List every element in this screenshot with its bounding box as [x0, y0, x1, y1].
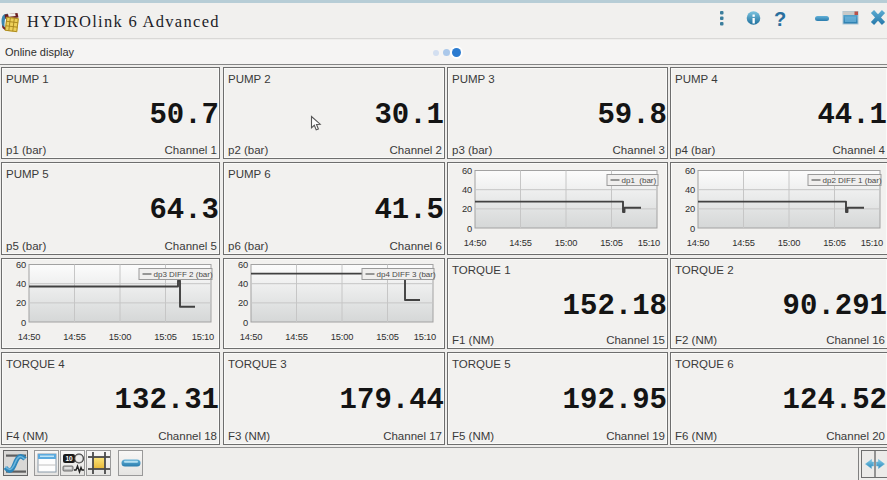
svg-text:60: 60 — [238, 260, 248, 270]
svg-text:15:05: 15:05 — [376, 332, 398, 342]
svg-text:60: 60 — [462, 166, 472, 176]
svg-text:15:05: 15:05 — [154, 332, 176, 342]
svg-text:14:55: 14:55 — [732, 238, 754, 248]
svg-text:0: 0 — [243, 318, 248, 328]
svg-text:14:55: 14:55 — [509, 238, 531, 248]
svg-text:40: 40 — [238, 279, 248, 289]
svg-text:15:00: 15:00 — [555, 238, 577, 248]
svg-text:40: 40 — [685, 185, 695, 195]
svg-text:14:55: 14:55 — [63, 332, 85, 342]
svg-text:dp1 (bar): dp1 (bar) — [622, 176, 657, 185]
svg-text:20: 20 — [16, 298, 26, 308]
svg-text:14:55: 14:55 — [285, 332, 307, 342]
svg-text:40: 40 — [462, 185, 472, 195]
svg-text:10: 10 — [65, 455, 73, 462]
svg-text:20: 20 — [238, 298, 248, 308]
svg-text:15:00: 15:00 — [331, 332, 353, 342]
svg-text:14:50: 14:50 — [464, 238, 486, 248]
svg-text:dp4 DIFF 3 (bar): dp4 DIFF 3 (bar) — [377, 270, 436, 279]
svg-text:15:05: 15:05 — [600, 238, 622, 248]
svg-text:15:10: 15:10 — [192, 332, 214, 342]
svg-text:14:50: 14:50 — [240, 332, 262, 342]
svg-text:dp2 DIFF 1 (bar): dp2 DIFF 1 (bar) — [823, 176, 882, 185]
svg-text:15:00: 15:00 — [109, 332, 131, 342]
svg-text:14:50: 14:50 — [18, 332, 40, 342]
svg-text:0: 0 — [21, 318, 26, 328]
svg-text:15:10: 15:10 — [414, 332, 436, 342]
svg-text:60: 60 — [16, 260, 26, 270]
svg-text:?: ? — [774, 8, 786, 30]
svg-text:dp3 DIFF 2 (bar): dp3 DIFF 2 (bar) — [154, 270, 213, 279]
svg-text:15:00: 15:00 — [778, 238, 800, 248]
svg-text:15:05: 15:05 — [823, 238, 845, 248]
svg-text:60: 60 — [685, 166, 695, 176]
svg-text:0: 0 — [467, 224, 472, 234]
svg-text:15:10: 15:10 — [638, 238, 660, 248]
svg-text:0: 0 — [690, 224, 695, 234]
svg-text:20: 20 — [685, 204, 695, 214]
svg-text:14:50: 14:50 — [687, 238, 709, 248]
svg-text:40: 40 — [16, 279, 26, 289]
svg-text:15:10: 15:10 — [861, 238, 883, 248]
svg-text:20: 20 — [462, 204, 472, 214]
